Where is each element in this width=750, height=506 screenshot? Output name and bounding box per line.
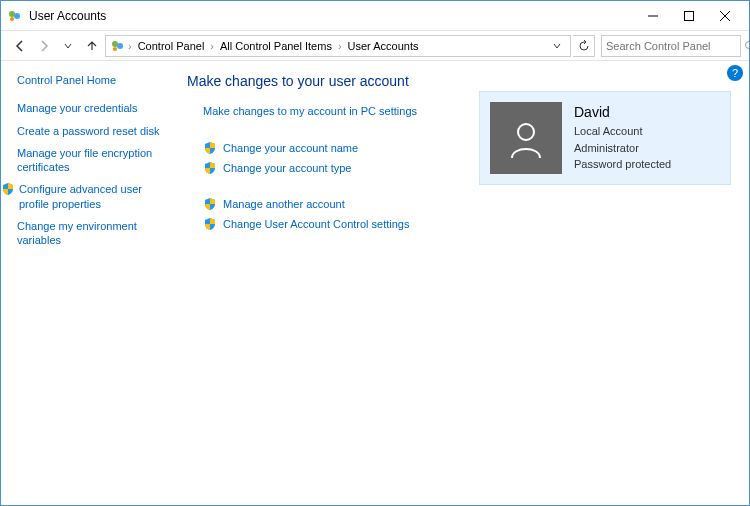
page-heading: Make changes to your user account (187, 73, 733, 89)
refresh-button[interactable] (573, 35, 595, 57)
search-box[interactable] (601, 35, 741, 57)
control-panel-home-link[interactable]: Control Panel Home (17, 73, 169, 87)
forward-button[interactable] (33, 35, 55, 57)
address-dropdown[interactable] (548, 41, 566, 51)
shield-icon (1, 182, 15, 196)
account-name: David (574, 102, 671, 123)
content-area: ? Control Panel Home Manage your credent… (1, 61, 749, 505)
crumb-user-accounts[interactable]: User Accounts (344, 40, 423, 52)
up-button[interactable] (81, 35, 103, 57)
window-title: User Accounts (29, 9, 635, 23)
sidebar-link-encryption[interactable]: Manage your file encryption certificates (17, 146, 169, 175)
shield-icon (203, 161, 217, 175)
control-panel-icon (110, 38, 126, 54)
chevron-right-icon: › (210, 40, 214, 52)
recent-dropdown[interactable] (57, 35, 79, 57)
nav-bar: › Control Panel › All Control Panel Item… (1, 31, 749, 61)
account-type: Local Account (574, 123, 671, 140)
app-icon (7, 8, 23, 24)
maximize-button[interactable] (671, 4, 707, 28)
link-change-type[interactable]: Change your account type (223, 162, 351, 174)
svg-point-12 (518, 124, 534, 140)
shield-icon (203, 217, 217, 231)
close-button[interactable] (707, 4, 743, 28)
svg-point-9 (113, 47, 117, 51)
sidebar-link-env-vars[interactable]: Change my environment variables (17, 219, 169, 248)
sidebar-link-profile-properties[interactable]: Configure advanced user profile properti… (19, 182, 169, 211)
account-role: Administrator (574, 140, 671, 157)
svg-point-8 (117, 43, 123, 49)
crumb-all-items[interactable]: All Control Panel Items (216, 40, 336, 52)
back-button[interactable] (9, 35, 31, 57)
shield-icon (203, 141, 217, 155)
search-icon (744, 40, 750, 52)
titlebar: User Accounts (1, 1, 749, 31)
address-bar[interactable]: › Control Panel › All Control Panel Item… (105, 35, 571, 57)
svg-point-1 (14, 13, 20, 19)
link-change-name[interactable]: Change your account name (223, 142, 358, 154)
minimize-button[interactable] (635, 4, 671, 28)
help-button[interactable]: ? (727, 65, 743, 81)
link-change-uac[interactable]: Change User Account Control settings (223, 218, 410, 230)
sidebar: Control Panel Home Manage your credentia… (17, 73, 177, 505)
sidebar-link-password-reset[interactable]: Create a password reset disk (17, 124, 169, 138)
account-card: David Local Account Administrator Passwo… (479, 91, 731, 185)
account-password-status: Password protected (574, 156, 671, 173)
chevron-right-icon: › (128, 40, 132, 52)
shield-icon (203, 197, 217, 211)
sidebar-link-credentials[interactable]: Manage your credentials (17, 101, 169, 115)
link-manage-another[interactable]: Manage another account (223, 198, 345, 210)
chevron-right-icon: › (338, 40, 342, 52)
search-input[interactable] (606, 40, 744, 52)
svg-point-10 (746, 41, 751, 48)
svg-rect-4 (685, 11, 694, 20)
svg-point-2 (10, 17, 14, 21)
avatar (490, 102, 562, 174)
account-info: David Local Account Administrator Passwo… (574, 102, 671, 174)
crumb-control-panel[interactable]: Control Panel (134, 40, 209, 52)
